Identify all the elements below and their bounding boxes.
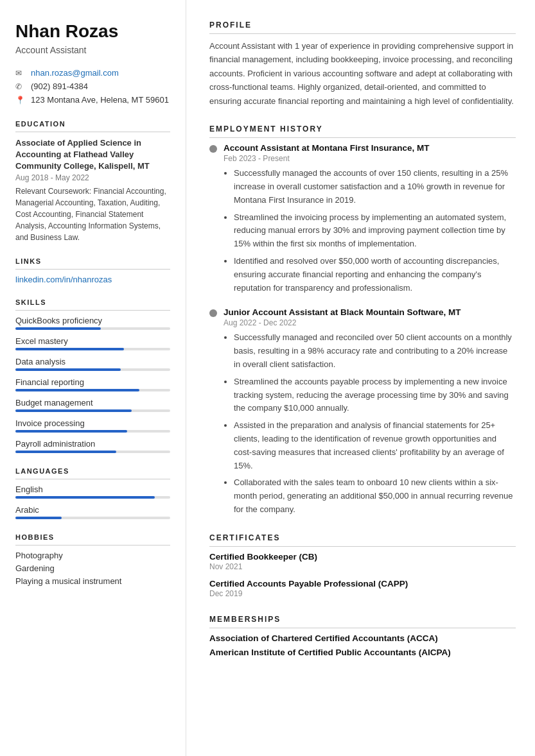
- profile-title: PROFILE: [209, 21, 516, 34]
- candidate-name: Nhan Rozas: [15, 21, 170, 42]
- languages-title: LANGUAGES: [15, 467, 170, 479]
- skill-item: QuickBooks proficiency: [15, 316, 170, 330]
- location-icon: 📍: [15, 96, 27, 105]
- language-item: English: [15, 485, 170, 499]
- edu-degree: Associate of Applied Science in Accounti…: [15, 137, 170, 173]
- language-name: Arabic: [15, 505, 170, 515]
- job-header: Junior Account Assistant at Black Mounta…: [209, 307, 516, 317]
- certificates-title: CERTIFICATES: [209, 533, 516, 547]
- job-bullets: Successfully managed the accounts of ove…: [224, 167, 516, 295]
- hobbies-section: HOBBIES PhotographyGardeningPlaying a mu…: [15, 533, 170, 586]
- hobby-item: Photography: [15, 551, 170, 560]
- employment-list: Account Assistant at Montana First Insur…: [209, 143, 516, 517]
- languages-list: English Arabic: [15, 485, 170, 519]
- skill-item: Invoice processing: [15, 418, 170, 433]
- skill-bar-background: [15, 327, 170, 330]
- skill-name: Financial reporting: [15, 377, 170, 387]
- language-item: Arabic: [15, 505, 170, 519]
- skill-name: QuickBooks proficiency: [15, 316, 170, 325]
- edu-coursework: Relevant Coursework: Financial Accountin…: [15, 185, 170, 243]
- job-bullet: Assisted in the preparation and analysis…: [234, 419, 516, 472]
- skill-bar-fill: [15, 451, 116, 453]
- job-dot: [209, 309, 217, 317]
- memberships-section: MEMBERSHIPS Association of Chartered Cer…: [209, 615, 516, 657]
- job-date: Feb 2023 - Present: [224, 154, 516, 163]
- profile-section: PROFILE Account Assistant with 1 year of…: [209, 21, 516, 108]
- skill-bar-background: [15, 409, 170, 412]
- language-bar-fill: [15, 517, 62, 519]
- job-bullet: Identified and resolved over $50,000 wor…: [234, 255, 516, 295]
- hobbies-title: HOBBIES: [15, 533, 170, 546]
- employment-section: EMPLOYMENT HISTORY Account Assistant at …: [209, 125, 516, 517]
- contact-phone: ✆ (902) 891-4384: [15, 82, 170, 91]
- sidebar: Nhan Rozas Account Assistant ✉ nhan.roza…: [0, 0, 186, 756]
- job-bullet: Successfully managed the accounts of ove…: [234, 167, 516, 207]
- skill-item: Financial reporting: [15, 377, 170, 391]
- certificate-entry: Certified Bookkeeper (CB) Nov 2021: [209, 552, 516, 571]
- certificates-section: CERTIFICATES Certified Bookkeeper (CB) N…: [209, 533, 516, 598]
- skill-bar-fill: [15, 430, 127, 433]
- profile-text: Account Assistant with 1 year of experie…: [209, 39, 516, 108]
- contact-info: ✉ nhan.rozas@gmail.com ✆ (902) 891-4384 …: [15, 68, 170, 105]
- membership-item: Association of Chartered Certified Accou…: [209, 633, 516, 643]
- certificate-entry: Certified Accounts Payable Professional …: [209, 579, 516, 598]
- skill-bar-background: [15, 430, 170, 433]
- hobby-item: Gardening: [15, 563, 170, 573]
- skill-name: Invoice processing: [15, 418, 170, 428]
- job-title: Junior Account Assistant at Black Mounta…: [224, 307, 461, 317]
- skill-bar-fill: [15, 368, 121, 371]
- skill-bar-background: [15, 389, 170, 391]
- language-bar-fill: [15, 496, 155, 499]
- job-bullet: Streamlined the accounts payable process…: [234, 375, 516, 415]
- skills-section: SKILLS QuickBooks proficiency Excel mast…: [15, 298, 170, 453]
- membership-item: American Institute of Certified Public A…: [209, 648, 516, 657]
- skill-item: Data analysis: [15, 357, 170, 371]
- job-dot: [209, 145, 217, 153]
- education-section: EDUCATION Associate of Applied Science i…: [15, 120, 170, 244]
- certificates-list: Certified Bookkeeper (CB) Nov 2021 Certi…: [209, 552, 516, 598]
- skill-bar-background: [15, 348, 170, 350]
- job-header: Account Assistant at Montana First Insur…: [209, 143, 516, 153]
- education-title: EDUCATION: [15, 120, 170, 132]
- hobbies-list: PhotographyGardeningPlaying a musical in…: [15, 551, 170, 586]
- language-bar-background: [15, 496, 170, 499]
- candidate-title: Account Assistant: [15, 45, 170, 55]
- job-bullet: Successfully managed and reconciled over…: [234, 331, 516, 371]
- links-title: LINKS: [15, 257, 170, 270]
- skills-title: SKILLS: [15, 298, 170, 311]
- skill-bar-fill: [15, 327, 101, 330]
- skill-item: Payroll administration: [15, 439, 170, 453]
- skill-name: Budget management: [15, 398, 170, 408]
- skill-bar-fill: [15, 348, 124, 350]
- phone-icon: ✆: [15, 82, 27, 91]
- cert-name: Certified Bookkeeper (CB): [209, 552, 516, 562]
- skills-list: QuickBooks proficiency Excel mastery Dat…: [15, 316, 170, 453]
- employment-title: EMPLOYMENT HISTORY: [209, 125, 516, 138]
- skill-name: Data analysis: [15, 357, 170, 366]
- resume-container: Nhan Rozas Account Assistant ✉ nhan.roza…: [0, 0, 535, 756]
- edu-date: Aug 2018 - May 2022: [15, 173, 170, 182]
- languages-section: LANGUAGES English Arabic: [15, 467, 170, 519]
- job-bullets: Successfully managed and reconciled over…: [224, 331, 516, 516]
- language-name: English: [15, 485, 170, 494]
- main-content: PROFILE Account Assistant with 1 year of…: [186, 0, 535, 756]
- email-icon: ✉: [15, 69, 27, 78]
- cert-date: Nov 2021: [209, 562, 516, 571]
- links-section: LINKS linkedin.com/in/nhanrozas: [15, 257, 170, 284]
- job-bullet: Streamlined the invoicing process by imp…: [234, 211, 516, 251]
- email-link[interactable]: nhan.rozas@gmail.com: [31, 68, 119, 78]
- linkedin-link[interactable]: linkedin.com/in/nhanrozas: [15, 275, 112, 284]
- cert-name: Certified Accounts Payable Professional …: [209, 579, 516, 588]
- skill-bar-background: [15, 368, 170, 371]
- cert-date: Dec 2019: [209, 589, 516, 598]
- skill-bar-fill: [15, 409, 132, 412]
- skill-bar-background: [15, 451, 170, 453]
- memberships-list: Association of Chartered Certified Accou…: [209, 633, 516, 657]
- contact-address: 📍 123 Montana Ave, Helena, MT 59601: [15, 95, 170, 105]
- memberships-title: MEMBERSHIPS: [209, 615, 516, 628]
- skill-item: Excel mastery: [15, 336, 170, 350]
- job-entry: Junior Account Assistant at Black Mounta…: [209, 307, 516, 516]
- skill-bar-fill: [15, 389, 139, 391]
- skill-item: Budget management: [15, 398, 170, 412]
- skill-name: Excel mastery: [15, 336, 170, 346]
